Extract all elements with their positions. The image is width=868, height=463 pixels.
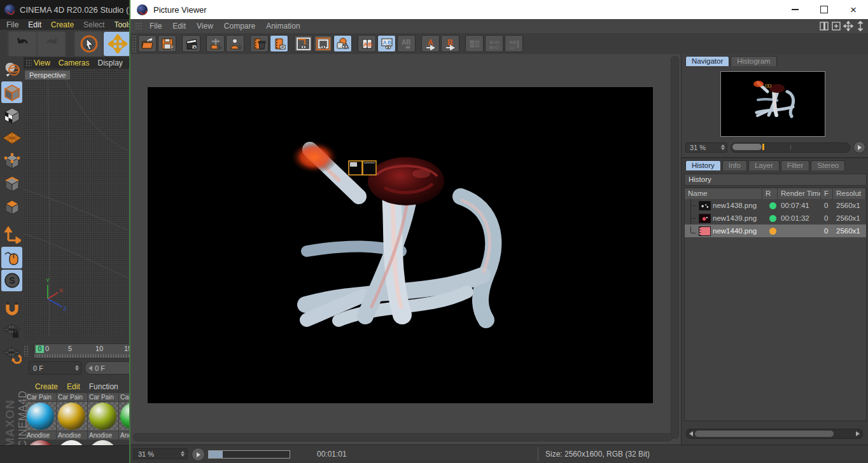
pv-menu-compare[interactable]: Compare bbox=[224, 22, 255, 31]
set-as-b-button[interactable]: B bbox=[441, 35, 459, 52]
tab-histogram[interactable]: Histogram bbox=[731, 56, 776, 66]
table-row-selected[interactable]: new1440.png 0 2560x1 bbox=[685, 225, 866, 237]
material-sphere[interactable] bbox=[89, 440, 116, 445]
column-render-time[interactable]: Render Time bbox=[778, 188, 821, 199]
material-sphere[interactable] bbox=[58, 440, 85, 445]
close-button[interactable]: × bbox=[839, 0, 868, 19]
image-canvas[interactable] bbox=[130, 54, 681, 445]
tab-filter[interactable]: Filter bbox=[781, 160, 810, 170]
tab-navigator[interactable]: Navigator bbox=[685, 56, 729, 66]
plane-rotate-icon[interactable] bbox=[1, 343, 22, 365]
stepper-icon[interactable] bbox=[721, 144, 725, 150]
material-item[interactable]: Car Pain Anodise bbox=[119, 393, 130, 440]
delete-image-button[interactable] bbox=[250, 35, 269, 52]
viewport-menu-display[interactable]: Display bbox=[97, 59, 122, 67]
column-resolution[interactable]: Resolut bbox=[833, 188, 866, 199]
column-name[interactable]: Name bbox=[685, 188, 762, 199]
navigator-zoom-slider[interactable] bbox=[731, 142, 850, 153]
magnet-icon[interactable] bbox=[1, 298, 22, 319]
cube-polygons-icon[interactable] bbox=[1, 196, 22, 218]
ab-horizontal-button[interactable]: AB bbox=[397, 35, 416, 52]
undo-button[interactable] bbox=[9, 32, 36, 56]
minimize-button[interactable] bbox=[780, 0, 809, 19]
prev-frame-icon[interactable] bbox=[88, 366, 92, 371]
pv-menu-edit[interactable]: Edit bbox=[172, 22, 186, 31]
scrollbar-thumb[interactable] bbox=[695, 431, 834, 437]
viewport[interactable]: View Cameras Display Perspective Y X Z bbox=[24, 57, 130, 342]
tab-history[interactable]: History bbox=[685, 160, 721, 170]
stepper-icon[interactable] bbox=[75, 365, 79, 371]
grip-icon[interactable] bbox=[135, 22, 143, 30]
s-circle-icon[interactable]: S bbox=[1, 270, 22, 291]
scale-window-icon[interactable] bbox=[855, 21, 865, 31]
timeline-marker[interactable]: 0 bbox=[36, 345, 44, 353]
show-image-button[interactable] bbox=[294, 35, 312, 52]
model-mode-icon[interactable] bbox=[1, 81, 22, 103]
c4d-menu-edit[interactable]: Edit bbox=[28, 20, 41, 29]
move-window-icon[interactable] bbox=[843, 21, 853, 31]
workplane-icon[interactable] bbox=[1, 127, 22, 149]
table-row[interactable]: new1438.png 00:07:41 0 2560x1 bbox=[685, 199, 866, 212]
pv-menu-file[interactable]: File bbox=[150, 22, 162, 31]
live-selection-button[interactable] bbox=[75, 32, 102, 56]
tab-info[interactable]: Info bbox=[722, 160, 747, 170]
pv-menu-view[interactable]: View bbox=[197, 22, 213, 31]
tab-stereo[interactable]: Stereo bbox=[811, 160, 845, 170]
open-file-button[interactable] bbox=[138, 35, 157, 52]
material-menu-create[interactable]: Create bbox=[35, 382, 58, 391]
navigator-thumbnail[interactable] bbox=[720, 71, 825, 137]
maximize-button[interactable] bbox=[809, 0, 839, 19]
show-multipass-button[interactable] bbox=[333, 35, 352, 52]
upload-image-button[interactable] bbox=[226, 35, 244, 52]
column-r[interactable]: R bbox=[762, 188, 778, 199]
pv-titlebar[interactable]: Picture Viewer × bbox=[130, 0, 868, 19]
material-item[interactable]: Car Pain Anodise bbox=[57, 393, 87, 440]
material-item[interactable]: Car Pain Anodise bbox=[25, 393, 56, 440]
ab-add-button[interactable]: A D bbox=[465, 35, 484, 52]
c4d-menu-create[interactable]: Create bbox=[51, 20, 74, 29]
scroll-right-icon[interactable] bbox=[856, 431, 860, 436]
current-frame-field[interactable]: 0 F bbox=[29, 361, 81, 375]
set-as-a-button[interactable]: A bbox=[421, 35, 440, 52]
table-row[interactable]: new1439.png 00:01:32 0 2560x1 bbox=[685, 212, 866, 225]
c4d-menu-file[interactable]: File bbox=[6, 20, 18, 29]
material-item[interactable]: Car Pain Anodise bbox=[88, 393, 118, 440]
navigator-expand-button[interactable] bbox=[853, 141, 865, 153]
texture-mode-icon[interactable] bbox=[1, 104, 22, 126]
save-image-button[interactable]: ? bbox=[158, 35, 176, 52]
remove-image-button[interactable] bbox=[270, 35, 288, 52]
material-sphere[interactable] bbox=[89, 403, 116, 430]
tab-layer[interactable]: Layer bbox=[748, 160, 780, 170]
slider-thumb[interactable] bbox=[732, 144, 762, 150]
move-image-down-button[interactable] bbox=[206, 35, 225, 52]
show-alpha-button[interactable] bbox=[314, 35, 332, 52]
ab-vertical-button[interactable]: A B bbox=[358, 35, 376, 52]
stepper-icon[interactable] bbox=[181, 451, 185, 457]
material-sphere[interactable] bbox=[58, 403, 85, 430]
cube-edges-icon[interactable] bbox=[1, 173, 22, 195]
ab-compare-button[interactable]: A B bbox=[377, 35, 396, 52]
material-sphere[interactable] bbox=[120, 403, 130, 430]
timeline-ruler[interactable]: 0 0 5 10 15 bbox=[34, 343, 130, 359]
canvas-horizontal-scrollbar[interactable] bbox=[133, 433, 673, 441]
pv-menu-animation[interactable]: Animation bbox=[266, 22, 300, 31]
plane-lock-icon[interactable] bbox=[1, 321, 22, 342]
scroll-left-icon[interactable] bbox=[689, 431, 693, 436]
camera-nav-icon[interactable] bbox=[1, 59, 22, 80]
axis-icon[interactable] bbox=[1, 224, 22, 245]
mouse-icon[interactable] bbox=[1, 247, 22, 268]
rendered-image[interactable] bbox=[148, 87, 653, 403]
statusbar-zoom-field[interactable]: 31 % bbox=[133, 448, 188, 459]
column-f[interactable]: F bbox=[821, 188, 833, 199]
dock-layout-icon[interactable] bbox=[819, 21, 829, 31]
material-sphere[interactable] bbox=[27, 440, 54, 445]
material-sphere[interactable] bbox=[27, 403, 54, 430]
grip-icon[interactable] bbox=[132, 35, 137, 52]
history-horizontal-scrollbar[interactable] bbox=[686, 429, 863, 439]
viewport-menu-view[interactable]: View bbox=[34, 59, 50, 67]
make-preview-button[interactable]: ✕ bbox=[182, 35, 200, 52]
material-menu-edit[interactable]: Edit bbox=[67, 382, 80, 391]
ab-12-button[interactable]: AB 12 bbox=[505, 35, 523, 52]
viewport-menu-cameras[interactable]: Cameras bbox=[59, 59, 90, 67]
material-menu-function[interactable]: Function bbox=[89, 382, 118, 391]
